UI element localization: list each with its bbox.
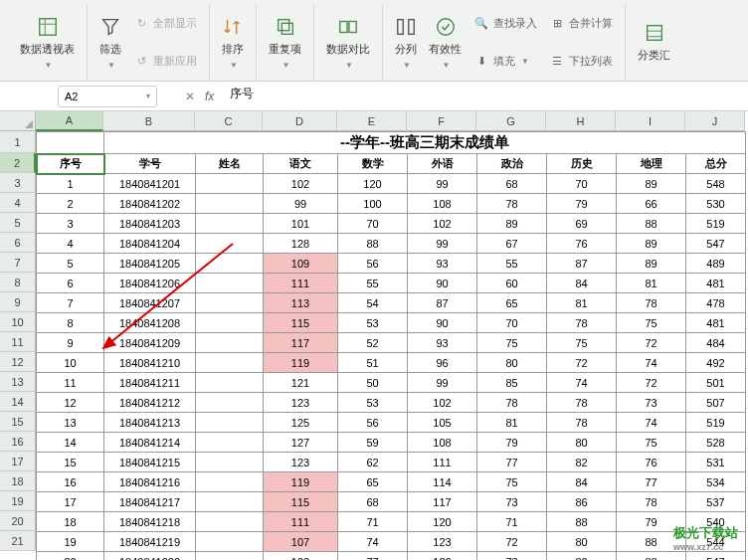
data-cell[interactable]: 117 (264, 333, 338, 353)
data-cell[interactable]: 65 (338, 472, 408, 492)
data-cell[interactable]: 1840841213 (104, 413, 196, 433)
data-cell[interactable]: 17 (37, 492, 104, 512)
data-cell[interactable]: 1840841201 (104, 174, 196, 194)
header-cell[interactable]: 数学 (338, 154, 408, 174)
data-cell[interactable]: 71 (338, 512, 408, 532)
data-cell[interactable]: 78 (617, 293, 686, 313)
data-cell[interactable]: 67 (477, 234, 547, 254)
header-cell[interactable]: 语文 (264, 154, 338, 174)
data-cell[interactable]: 12 (37, 393, 104, 413)
data-cell[interactable]: 100 (338, 194, 408, 214)
data-cell[interactable]: 72 (617, 333, 686, 353)
data-cell[interactable] (196, 293, 264, 313)
data-cell[interactable]: 54 (338, 293, 408, 313)
split-button[interactable]: 分列 ▼ (389, 6, 423, 79)
data-cell[interactable]: 117 (408, 492, 477, 512)
data-cell[interactable]: 531 (686, 453, 746, 472)
data-cell[interactable]: 79 (477, 433, 547, 453)
merge-calc-button[interactable]: ⊞合并计算 (543, 14, 619, 34)
header-cell[interactable]: 总分 (686, 154, 746, 174)
data-cell[interactable]: 62 (338, 453, 408, 472)
data-cell[interactable]: 1840841217 (104, 492, 196, 512)
data-cell[interactable]: 79 (547, 194, 617, 214)
data-cell[interactable]: 1840841216 (104, 472, 196, 492)
data-cell[interactable]: 1840841203 (104, 214, 196, 234)
data-cell[interactable]: 534 (686, 472, 746, 492)
data-cell[interactable]: 1840841205 (104, 254, 196, 274)
data-cell[interactable]: 55 (477, 254, 547, 274)
data-cell[interactable]: 75 (547, 333, 617, 353)
row-header-3[interactable]: 3 (0, 173, 36, 193)
data-cell[interactable]: 72 (477, 532, 547, 552)
data-cell[interactable]: 88 (338, 234, 408, 254)
data-cell[interactable]: 73 (477, 492, 547, 512)
row-header-14[interactable]: 14 (0, 392, 36, 412)
row-header-6[interactable]: 6 (0, 233, 36, 253)
data-cell[interactable] (196, 333, 264, 353)
data-cell[interactable] (196, 512, 264, 532)
col-header-J[interactable]: J (685, 111, 745, 131)
data-cell[interactable]: 78 (547, 313, 617, 333)
data-cell[interactable]: 13 (37, 413, 104, 433)
data-cell[interactable]: 75 (477, 333, 547, 353)
header-cell[interactable]: 政治 (477, 154, 547, 174)
data-cell[interactable]: 108 (408, 433, 477, 453)
data-cell[interactable]: 88 (617, 552, 686, 561)
data-cell[interactable]: 3 (37, 214, 104, 234)
data-cell[interactable]: 1840841210 (104, 353, 196, 373)
data-cell[interactable]: 87 (547, 254, 617, 274)
row-header-17[interactable]: 17 (0, 452, 36, 471)
data-cell[interactable]: 93 (408, 254, 477, 274)
data-cell[interactable]: 69 (547, 214, 617, 234)
data-cell[interactable] (196, 234, 264, 254)
data-cell[interactable]: 74 (547, 373, 617, 393)
data-cell[interactable]: 55 (338, 274, 408, 293)
fill-button[interactable]: ⬇填充▼ (468, 51, 543, 71)
data-cell[interactable]: 102 (264, 174, 338, 194)
data-cell[interactable]: 85 (477, 373, 547, 393)
data-cell[interactable]: 74 (617, 353, 686, 373)
formula-input[interactable]: 序号 (224, 86, 740, 107)
row-header-11[interactable]: 11 (0, 332, 36, 352)
pivot-table-button[interactable]: 数据透视表 ▼ (14, 6, 81, 79)
show-all-button[interactable]: ↻全部显示 (127, 14, 203, 34)
data-cell[interactable]: 93 (408, 333, 477, 353)
data-cell[interactable]: 519 (686, 214, 746, 234)
col-header-I[interactable]: I (616, 111, 685, 131)
data-cell[interactable] (196, 214, 264, 234)
data-cell[interactable]: 87 (408, 293, 477, 313)
data-cell[interactable]: 111 (408, 453, 477, 472)
data-cell[interactable]: 1840841208 (104, 313, 196, 333)
data-cell[interactable]: 89 (617, 234, 686, 254)
col-header-D[interactable]: D (263, 111, 337, 131)
data-cell[interactable]: 75 (477, 472, 547, 492)
data-cell[interactable]: 107 (264, 532, 338, 552)
data-cell[interactable]: 52 (338, 333, 408, 353)
data-cell[interactable]: 81 (617, 274, 686, 293)
data-cell[interactable] (196, 453, 264, 472)
data-cell[interactable]: 78 (547, 393, 617, 413)
data-cell[interactable]: 65 (477, 293, 547, 313)
header-cell[interactable]: 外语 (408, 154, 477, 174)
data-cell[interactable]: 1840841202 (104, 194, 196, 214)
data-cell[interactable] (196, 174, 264, 194)
data-cell[interactable] (196, 433, 264, 453)
data-cell[interactable]: 80 (547, 532, 617, 552)
data-cell[interactable]: 519 (686, 413, 746, 433)
data-cell[interactable] (196, 194, 264, 214)
data-cell[interactable]: 73 (617, 393, 686, 413)
data-cell[interactable]: 115 (264, 313, 338, 333)
col-header-C[interactable]: C (195, 111, 263, 131)
data-cell[interactable]: 82 (547, 453, 617, 472)
row-header-8[interactable]: 8 (0, 273, 36, 292)
col-header-G[interactable]: G (476, 111, 546, 131)
data-cell[interactable]: 99 (408, 373, 477, 393)
data-cell[interactable]: 484 (686, 333, 746, 353)
data-cell[interactable]: 68 (477, 174, 547, 194)
data-cell[interactable] (196, 532, 264, 552)
data-cell[interactable]: 77 (338, 552, 408, 561)
data-cell[interactable]: 108 (408, 194, 477, 214)
col-header-E[interactable]: E (337, 111, 407, 131)
data-cell[interactable]: 489 (686, 254, 746, 274)
data-cell[interactable] (196, 373, 264, 393)
